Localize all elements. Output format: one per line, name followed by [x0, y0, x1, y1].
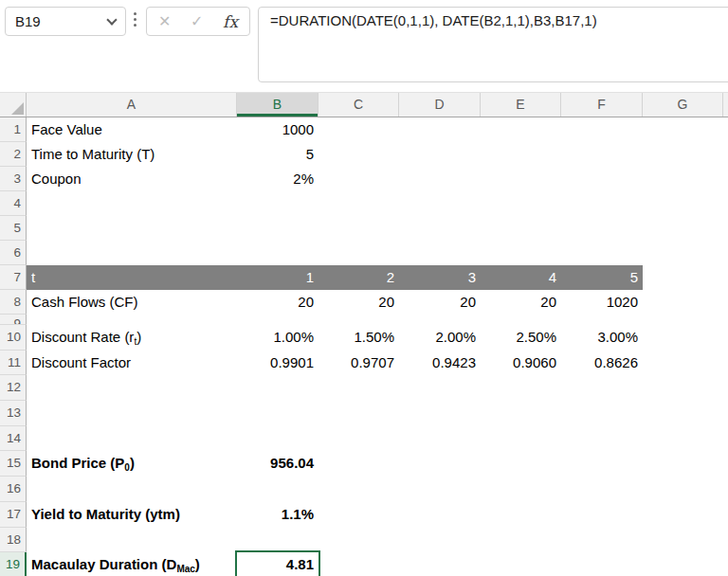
row-header-2[interactable]: 2 [0, 142, 27, 167]
cell-C5[interactable] [318, 216, 399, 241]
cell-E11[interactable]: 0.9060 [481, 351, 561, 376]
cell-D17[interactable] [399, 502, 481, 528]
cell-C12[interactable] [318, 375, 399, 401]
cell-G7[interactable] [643, 265, 723, 290]
cell-C4[interactable] [318, 191, 399, 216]
cell-B13[interactable] [237, 401, 318, 426]
cell-B15[interactable]: 956.04 [237, 451, 318, 477]
cell-E4[interactable] [481, 191, 561, 216]
cell-E3[interactable] [481, 167, 561, 191]
cell-B6[interactable] [237, 241, 318, 265]
cell-B12[interactable] [237, 375, 318, 401]
column-header-D[interactable]: D [399, 93, 481, 117]
cell-C8[interactable]: 20 [318, 290, 399, 315]
cell-B11[interactable]: 0.9901 [237, 351, 318, 376]
cell-F1[interactable] [561, 117, 643, 142]
enter-icon[interactable]: ✓ [191, 12, 203, 30]
cell-C9[interactable] [318, 315, 399, 325]
column-header-B[interactable]: B [237, 93, 318, 117]
cell-C10[interactable]: 1.50% [318, 325, 399, 351]
cell-F11[interactable]: 0.8626 [561, 351, 643, 376]
row-header-18[interactable]: 18 [0, 528, 27, 553]
cell-G9[interactable] [643, 315, 723, 325]
cell-D15[interactable] [399, 451, 481, 477]
cell-G6[interactable] [643, 241, 723, 265]
cell-F6[interactable] [561, 241, 643, 265]
cell-A10[interactable]: Discount Rate (rt) [27, 325, 237, 351]
row-header-17[interactable]: 17 [0, 502, 27, 528]
cell-C3[interactable] [318, 167, 399, 191]
column-header-G[interactable]: G [643, 93, 723, 117]
cell-B5[interactable] [237, 216, 318, 241]
column-header-C[interactable]: C [318, 93, 399, 117]
cell-A2[interactable]: Time to Maturity (T) [27, 142, 237, 167]
row-header-6[interactable]: 6 [0, 241, 27, 265]
cell-F16[interactable] [561, 477, 643, 502]
cell-G13[interactable] [643, 401, 723, 426]
cell-C17[interactable] [318, 502, 399, 528]
cell-B1[interactable]: 1000 [237, 117, 318, 142]
cell-F10[interactable]: 3.00% [561, 325, 643, 351]
cell-B17[interactable]: 1.1% [237, 502, 318, 528]
cell-A11[interactable]: Discount Factor [27, 351, 237, 376]
cell-F18[interactable] [561, 528, 643, 553]
cell-C6[interactable] [318, 241, 399, 265]
cell-G10[interactable] [643, 325, 723, 351]
cell-B9[interactable] [237, 315, 318, 325]
cell-A7[interactable]: t [27, 265, 237, 290]
cell-A12[interactable] [27, 375, 237, 401]
cell-A9[interactable] [27, 315, 237, 325]
cell-F17[interactable] [561, 502, 643, 528]
chevron-down-icon[interactable] [106, 14, 117, 25]
cell-G16[interactable] [643, 477, 723, 502]
row-header-15[interactable]: 15 [0, 451, 27, 477]
cell-C1[interactable] [318, 117, 399, 142]
kebab-handle-icon[interactable] [134, 12, 136, 27]
cell-E8[interactable]: 20 [481, 290, 561, 315]
cell-E12[interactable] [481, 375, 561, 401]
cell-A19[interactable]: Macaulay Duration (DMac) [27, 552, 237, 576]
cell-F19[interactable] [561, 552, 643, 576]
cell-F4[interactable] [561, 191, 643, 216]
cell-E10[interactable]: 2.50% [481, 325, 561, 351]
cell-G18[interactable] [643, 528, 723, 553]
cell-C16[interactable] [318, 477, 399, 502]
cell-E1[interactable] [481, 117, 561, 142]
cell-E13[interactable] [481, 401, 561, 426]
cell-D3[interactable] [399, 167, 481, 191]
cell-B3[interactable]: 2% [237, 167, 318, 191]
cell-G12[interactable] [643, 375, 723, 401]
cell-B4[interactable] [237, 191, 318, 216]
cell-D1[interactable] [399, 117, 481, 142]
column-header-E[interactable]: E [481, 93, 561, 117]
cell-D14[interactable] [399, 426, 481, 452]
cell-D19[interactable] [399, 552, 481, 576]
name-box[interactable]: B19 [5, 7, 126, 36]
formula-input[interactable]: =DURATION(DATE(0,1,1), DATE(B2,1,1),B3,B… [258, 7, 728, 82]
cell-A1[interactable]: Face Value [27, 117, 237, 142]
cell-B14[interactable] [237, 426, 318, 452]
cell-G19[interactable] [643, 552, 723, 576]
cell-E17[interactable] [481, 502, 561, 528]
cell-B16[interactable] [237, 477, 318, 502]
cell-D12[interactable] [399, 375, 481, 401]
row-header-1[interactable]: 1 [0, 117, 27, 142]
cell-F9[interactable] [561, 315, 643, 325]
cell-D5[interactable] [399, 216, 481, 241]
cell-E9[interactable] [481, 315, 561, 325]
cell-A14[interactable] [27, 426, 237, 452]
row-header-3[interactable]: 3 [0, 167, 27, 191]
column-header-A[interactable]: A [27, 93, 237, 117]
cell-C14[interactable] [318, 426, 399, 452]
cell-G15[interactable] [643, 451, 723, 477]
cell-D9[interactable] [399, 315, 481, 325]
cell-G4[interactable] [643, 191, 723, 216]
column-header-F[interactable]: F [561, 93, 643, 117]
cell-C15[interactable] [318, 451, 399, 477]
cell-C11[interactable]: 0.9707 [318, 351, 399, 376]
cell-E14[interactable] [481, 426, 561, 452]
cell-B19[interactable]: 4.81 [237, 552, 318, 576]
row-header-16[interactable]: 16 [0, 477, 27, 502]
row-header-9[interactable]: 9 [0, 315, 27, 325]
cell-D13[interactable] [399, 401, 481, 426]
